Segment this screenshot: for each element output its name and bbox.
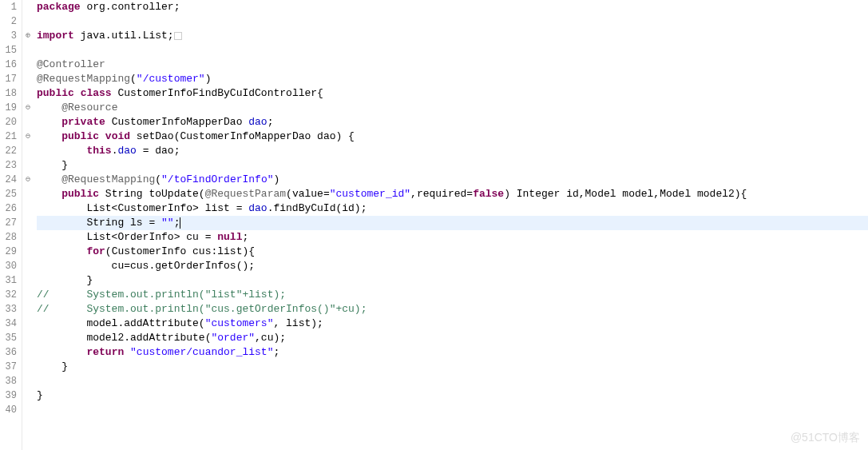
code-editor[interactable]: 1 2 3 15 16 17 18 19 20 21 22 23 24 25 2… (0, 0, 868, 450)
fold-marker[interactable] (22, 201, 34, 216)
line-number: 30 (0, 259, 22, 273)
code-line[interactable]: import java.util.List; (37, 29, 868, 43)
line-number: 38 (0, 374, 22, 388)
fold-marker[interactable] (22, 14, 34, 29)
code-line[interactable]: List<OrderInfo> cu = null; (37, 230, 868, 245)
code-line[interactable]: package org.controller; (37, 0, 868, 14)
fold-marker[interactable] (22, 0, 34, 14)
fold-marker[interactable] (22, 331, 34, 345)
code-line[interactable]: public class CustomerInfoFindByCuIdContr… (37, 86, 868, 101)
cursor-icon (180, 217, 180, 229)
line-number: 17 (0, 72, 22, 86)
line-number: 15 (0, 43, 22, 58)
fold-marker[interactable] (22, 302, 34, 317)
line-number: 26 (0, 201, 22, 216)
line-number: 18 (0, 86, 22, 101)
code-line[interactable]: return "customer/cuandor_list"; (37, 345, 868, 360)
line-number: 27 (0, 216, 22, 230)
code-line[interactable]: cu=cus.getOrderInfos(); (37, 259, 868, 273)
line-number: 36 (0, 345, 22, 360)
fold-marker[interactable] (22, 259, 34, 273)
line-number: 3 (0, 29, 22, 43)
fold-marker[interactable]: ⊖ (22, 101, 34, 115)
fold-marker[interactable] (22, 187, 34, 201)
code-line[interactable] (37, 43, 868, 58)
code-line[interactable]: private CustomerInfoMapperDao dao; (37, 115, 868, 129)
line-number: 20 (0, 115, 22, 129)
line-number: 35 (0, 331, 22, 345)
fold-marker[interactable] (22, 58, 34, 72)
watermark: @51CTO博客 (791, 431, 860, 445)
code-line[interactable]: } (37, 273, 868, 288)
line-number: 24 (0, 173, 22, 187)
fold-marker[interactable] (22, 86, 34, 101)
fold-marker[interactable] (22, 345, 34, 360)
line-number: 25 (0, 187, 22, 201)
fold-marker[interactable] (22, 360, 34, 374)
line-number: 39 (0, 388, 22, 403)
fold-marker[interactable] (22, 144, 34, 158)
fold-marker[interactable]: ⊖ (22, 129, 34, 144)
code-content[interactable]: package org.controller; import java.util… (34, 0, 868, 450)
code-line[interactable] (37, 14, 868, 29)
fold-marker[interactable] (22, 317, 34, 331)
line-number: 22 (0, 144, 22, 158)
code-line[interactable] (37, 374, 868, 388)
code-line[interactable]: model2.addAttribute("order",cu); (37, 331, 868, 345)
line-number-gutter: 1 2 3 15 16 17 18 19 20 21 22 23 24 25 2… (0, 0, 22, 450)
fold-marker[interactable] (22, 388, 34, 403)
fold-marker[interactable] (22, 245, 34, 259)
line-number: 40 (0, 403, 22, 417)
code-line[interactable]: // System.out.println("list"+list); (37, 288, 868, 302)
line-number: 34 (0, 317, 22, 331)
fold-marker[interactable] (22, 43, 34, 58)
line-number: 37 (0, 360, 22, 374)
fold-marker[interactable] (22, 273, 34, 288)
code-line[interactable]: public void setDao(CustomerInfoMapperDao… (37, 129, 868, 144)
fold-marker[interactable] (22, 403, 34, 417)
fold-gutter: ⊕ ⊖ ⊖ ⊖ (22, 0, 34, 450)
line-number: 29 (0, 245, 22, 259)
fold-marker[interactable] (22, 158, 34, 173)
line-number: 32 (0, 288, 22, 302)
code-line[interactable]: } (37, 360, 868, 374)
collapse-box-icon[interactable] (174, 32, 182, 40)
code-line[interactable]: for(CustomerInfo cus:list){ (37, 245, 868, 259)
code-line[interactable]: @RequestMapping("/customer") (37, 72, 868, 86)
line-number: 31 (0, 273, 22, 288)
code-line[interactable]: } (37, 158, 868, 173)
code-line[interactable]: } (37, 388, 868, 403)
line-number: 23 (0, 158, 22, 173)
code-line[interactable]: List<CustomerInfo> list = dao.findByCuId… (37, 201, 868, 216)
fold-marker[interactable] (22, 288, 34, 302)
code-line[interactable]: model.addAttribute("customers", list); (37, 317, 868, 331)
code-line[interactable]: @Resource (37, 101, 868, 115)
code-line[interactable]: @RequestMapping("/toFindOrderInfo") (37, 173, 868, 187)
code-line-active[interactable]: String ls = ""; (37, 216, 868, 230)
code-line[interactable] (37, 403, 868, 417)
code-line[interactable]: @Controller (37, 58, 868, 72)
code-line[interactable]: this.dao = dao; (37, 144, 868, 158)
line-number: 2 (0, 14, 22, 29)
line-number: 19 (0, 101, 22, 115)
line-number: 21 (0, 129, 22, 144)
fold-marker[interactable] (22, 115, 34, 129)
line-number: 1 (0, 0, 22, 14)
line-number: 28 (0, 230, 22, 245)
fold-marker[interactable]: ⊕ (22, 29, 34, 43)
fold-marker[interactable]: ⊖ (22, 173, 34, 187)
line-number: 33 (0, 302, 22, 317)
fold-marker[interactable] (22, 72, 34, 86)
line-number: 16 (0, 58, 22, 72)
fold-marker[interactable] (22, 374, 34, 388)
code-line[interactable]: public String toUpdate(@RequestParam(val… (37, 187, 868, 201)
fold-marker[interactable] (22, 216, 34, 230)
fold-marker[interactable] (22, 230, 34, 245)
code-line[interactable]: // System.out.println("cus.getOrderInfos… (37, 302, 868, 317)
